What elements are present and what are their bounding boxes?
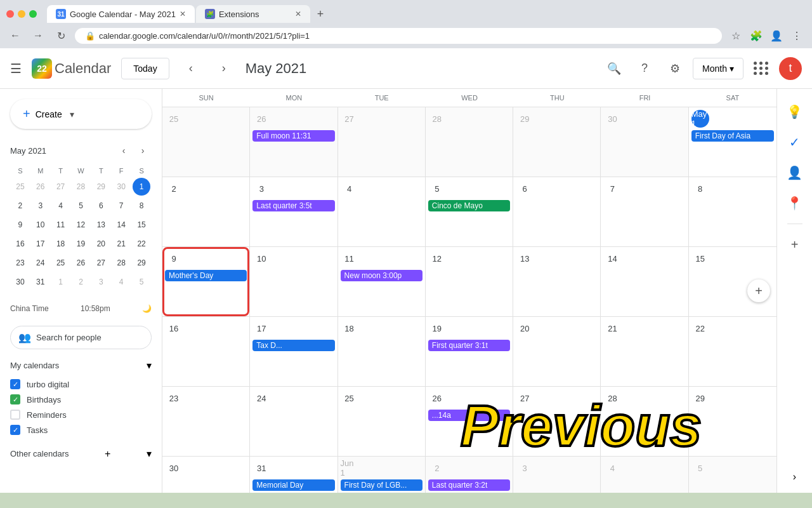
cal-date[interactable]: 14	[603, 250, 621, 267]
cal-cell[interactable]: 25	[162, 107, 250, 177]
cal-cell[interactable]: 2 Last quarter 3:2t	[426, 457, 513, 493]
cal-date[interactable]: 7	[603, 180, 621, 197]
cal-cell[interactable]: 3	[513, 457, 601, 493]
mini-cal-prev[interactable]: ‹	[115, 142, 133, 159]
cal-cell[interactable]: 23	[162, 387, 250, 457]
cal-date[interactable]: 9	[165, 250, 183, 267]
calendar-checkbox-turbo[interactable]: ✓	[10, 379, 20, 389]
tasks-sidebar-icon[interactable]: ✓	[782, 130, 808, 155]
calendar-event[interactable]: First Day of LGB...	[341, 479, 422, 491]
back-button[interactable]: ←	[6, 27, 24, 44]
calendar-item-turbo[interactable]: ✓ turbo digital	[10, 377, 152, 392]
cal-cell[interactable]: 10	[250, 247, 337, 317]
calendar-event[interactable]: Tax D...	[252, 340, 334, 351]
extension-icon[interactable]: 🧩	[747, 27, 765, 44]
cal-date[interactable]: 27	[341, 110, 358, 128]
cal-date[interactable]: 21	[603, 319, 621, 337]
cal-date[interactable]: 23	[165, 389, 183, 407]
cal-date[interactable]: 30	[165, 459, 183, 477]
cal-date[interactable]: 2	[428, 459, 446, 477]
cal-cell[interactable]: 27	[338, 107, 426, 177]
mini-day[interactable]: 14	[112, 216, 130, 234]
keep-icon[interactable]: 💡	[782, 99, 808, 124]
close-dot[interactable]	[6, 10, 14, 18]
cal-date[interactable]: 26	[252, 110, 270, 128]
mini-day[interactable]: 29	[92, 178, 110, 196]
cal-cell[interactable]: 4	[601, 457, 688, 493]
hamburger-menu[interactable]: ☰	[10, 61, 22, 76]
mini-day[interactable]: 24	[32, 254, 49, 272]
mini-day[interactable]: 9	[11, 216, 29, 234]
mini-day[interactable]: 2	[72, 273, 89, 291]
mini-day[interactable]: 21	[112, 235, 130, 253]
cal-date[interactable]: 10	[252, 250, 270, 267]
cal-date[interactable]: 30	[603, 110, 621, 128]
cal-cell[interactable]: 28	[601, 387, 688, 457]
calendar-event[interactable]: New moon 3:00p	[341, 270, 422, 281]
cal-date[interactable]: 16	[165, 319, 183, 337]
cal-date[interactable]: 4	[603, 459, 621, 477]
cal-cell[interactable]: 20	[513, 317, 601, 387]
calendar-event[interactable]: First Day of Asia	[691, 130, 774, 142]
cal-date[interactable]: 2	[165, 180, 183, 197]
cal-cell[interactable]: 16	[162, 317, 250, 387]
cal-date-today[interactable]: May 1	[691, 110, 709, 128]
mini-day[interactable]: 30	[11, 273, 29, 291]
extensions-tab[interactable]: 🧩 Extensions ✕	[196, 5, 310, 23]
cal-date[interactable]: 15	[691, 250, 709, 267]
calendar-checkbox-reminders[interactable]	[10, 410, 20, 420]
today-button[interactable]: Today	[121, 58, 169, 79]
cal-cell[interactable]: 25	[338, 387, 426, 457]
mini-day[interactable]: 26	[72, 254, 89, 272]
cal-cell[interactable]: 5	[689, 457, 776, 493]
cal-date[interactable]: 3	[252, 180, 270, 197]
mini-day[interactable]: 5	[133, 273, 150, 291]
minimize-dot[interactable]	[18, 10, 25, 18]
mini-cal-next[interactable]: ›	[134, 142, 152, 159]
cal-cell[interactable]: 14	[601, 247, 688, 317]
cal-date[interactable]: 5	[691, 459, 709, 477]
cal-date[interactable]: 25	[341, 389, 358, 407]
refresh-button[interactable]: ↻	[52, 27, 70, 44]
cal-date[interactable]: Jun 1	[341, 459, 358, 477]
cal-date[interactable]: 31	[252, 459, 270, 477]
search-button[interactable]: 🔍	[601, 56, 627, 81]
mini-day[interactable]: 3	[92, 273, 110, 291]
mini-day[interactable]: 19	[72, 235, 89, 253]
mini-day[interactable]: 11	[52, 216, 70, 234]
bookmark-icon[interactable]: ☆	[727, 27, 745, 44]
cal-cell[interactable]: 19 First quarter 3:1t	[426, 317, 513, 387]
cal-cell[interactable]: 6	[513, 177, 601, 247]
cal-date[interactable]: 27	[516, 389, 534, 407]
cal-cell[interactable]: 29	[689, 387, 776, 457]
profile-icon[interactable]: 👤	[768, 27, 785, 44]
cal-date[interactable]: 17	[252, 319, 270, 337]
cal-cell[interactable]: 9 Mother's Day	[162, 247, 250, 317]
user-avatar[interactable]: t	[779, 57, 802, 80]
mini-day[interactable]: 27	[92, 254, 110, 272]
mini-day[interactable]: 28	[112, 254, 130, 272]
mothers-day-event[interactable]: Mother's Day	[165, 270, 247, 281]
calendar-checkbox-birthdays[interactable]: ✓	[10, 394, 20, 404]
cal-cell[interactable]: 13	[513, 247, 601, 317]
cal-date[interactable]: 13	[516, 250, 534, 267]
cal-cell[interactable]: 29	[513, 107, 601, 177]
mini-day[interactable]: 7	[112, 197, 130, 215]
mini-day[interactable]: 28	[72, 178, 89, 196]
mini-day[interactable]: 22	[133, 235, 150, 253]
ext-tab-close[interactable]: ✕	[295, 10, 301, 18]
add-event-button[interactable]: +	[747, 279, 770, 302]
cal-cell[interactable]: 2	[162, 177, 250, 247]
calendar-event[interactable]: Last quarter 3:2t	[428, 479, 510, 491]
cal-date[interactable]: 22	[691, 319, 709, 337]
maps-icon[interactable]: 📍	[782, 190, 808, 216]
mini-day-today[interactable]: 1	[133, 178, 150, 196]
calendar-event[interactable]: Cinco de Mayo	[428, 200, 510, 211]
cal-cell[interactable]: 18	[338, 317, 426, 387]
mini-day[interactable]: 1	[52, 273, 70, 291]
cal-date[interactable]: 29	[691, 389, 709, 407]
mini-day[interactable]: 15	[133, 216, 150, 234]
mini-day[interactable]: 18	[52, 235, 70, 253]
mini-day[interactable]: 10	[32, 216, 49, 234]
mini-day[interactable]: 29	[133, 254, 150, 272]
